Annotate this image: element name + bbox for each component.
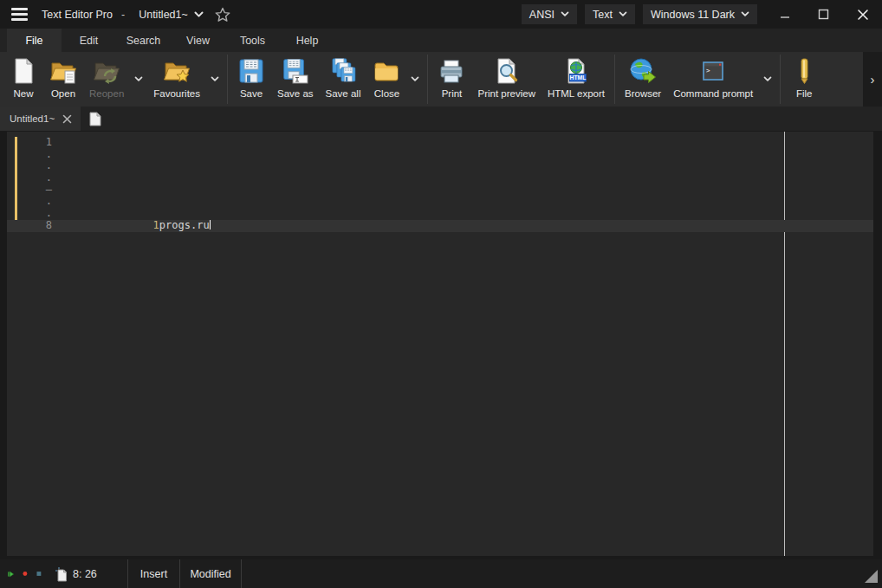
open-button[interactable]: Open	[43, 52, 83, 107]
code-line-1[interactable]: 1	[7, 137, 873, 149]
code-line-8-current[interactable]: 8 1progs.ru	[7, 220, 873, 232]
toolbar-overflow-button[interactable]: ›	[863, 52, 882, 107]
file-tools-button[interactable]: File	[784, 52, 824, 107]
html-export-button[interactable]: HTML HTML export	[542, 52, 611, 107]
hamburger-icon	[11, 5, 28, 24]
toolbar-group-external: Browser > Command prompt	[615, 52, 780, 107]
favourites-dropdown-button[interactable]	[206, 52, 224, 107]
svg-text:>: >	[706, 67, 710, 74]
main-menu-button[interactable]	[0, 0, 38, 29]
titlebar-right: ANSI Text Windows 11 Dark	[522, 0, 882, 29]
close-folder-icon	[373, 57, 400, 85]
editor-frame: 1 . . . –	[0, 131, 882, 559]
browser-button[interactable]: Browser	[619, 52, 667, 107]
chevron-down-icon	[561, 11, 569, 17]
new-tab-button[interactable]	[81, 107, 110, 131]
line-text-number: 1	[153, 219, 159, 231]
window-controls	[765, 0, 882, 29]
menu-tools[interactable]: Tools	[225, 29, 280, 52]
toolbar-group-save: Save Save as	[228, 52, 427, 107]
document-selector-button[interactable]: Untitled1~	[133, 5, 209, 24]
close-file-button[interactable]: Close	[366, 52, 406, 107]
code-line-6[interactable]: .	[7, 196, 873, 208]
maximize-button[interactable]	[804, 0, 843, 29]
tab-close-button[interactable]	[62, 114, 72, 124]
print-preview-button[interactable]: Print preview	[471, 52, 541, 107]
tab-label: Untitled1~	[10, 113, 55, 124]
menu-bar: File Edit Search View Tools Help	[0, 29, 882, 52]
chevron-down-icon	[741, 11, 749, 17]
line-number: .	[7, 196, 53, 208]
new-button[interactable]: New	[3, 52, 43, 107]
menu-help[interactable]: Help	[280, 29, 334, 52]
theme-value: Windows 11 Dark	[651, 9, 735, 21]
code-line-4[interactable]: .	[7, 172, 873, 184]
theme-dropdown[interactable]: Windows 11 Dark	[643, 4, 757, 24]
save-as-button[interactable]: Save as	[271, 52, 320, 107]
open-folder-icon	[49, 57, 77, 85]
toolbar-ribbon: New Open R	[0, 52, 882, 107]
chevron-down-icon	[211, 76, 219, 82]
code-line-3[interactable]: .	[7, 160, 873, 172]
play-macro-icon[interactable]	[8, 568, 14, 580]
title-bar: Text Editor Pro - Untitled1~ ANSI Text	[0, 0, 882, 29]
line-number: .	[7, 172, 53, 184]
highlighter-dropdown[interactable]: Text	[585, 4, 635, 24]
close-button[interactable]	[843, 0, 882, 29]
reopen-dropdown-button[interactable]	[130, 52, 147, 107]
menu-edit[interactable]: Edit	[62, 29, 116, 52]
chevron-down-icon	[134, 76, 143, 82]
code-area: 1 . . . –	[7, 137, 873, 232]
print-icon	[438, 57, 465, 85]
svg-text:HTML: HTML	[570, 74, 587, 81]
window-resize-grip[interactable]	[865, 570, 878, 583]
code-line-2[interactable]: .	[7, 149, 873, 161]
minimize-button[interactable]	[765, 0, 804, 29]
modified-state-cell[interactable]: Modified	[180, 559, 242, 588]
code-line-7[interactable]: .	[7, 208, 873, 220]
reopen-button[interactable]: Reopen	[83, 52, 130, 107]
new-document-icon	[89, 112, 101, 126]
app-window: Text Editor Pro - Untitled1~ ANSI Text	[0, 0, 882, 588]
save-all-icon	[329, 57, 357, 85]
text-caret	[210, 220, 211, 229]
save-button[interactable]: Save	[231, 52, 271, 107]
caret-position-value: 8: 26	[73, 568, 97, 580]
close-dropdown-button[interactable]	[406, 52, 424, 107]
code-editor[interactable]: 1 . . . –	[7, 132, 873, 556]
line-text: progs.ru	[159, 219, 210, 231]
close-icon	[857, 9, 869, 21]
menu-search[interactable]: Search	[116, 29, 171, 52]
chevron-down-icon	[194, 11, 204, 18]
command-prompt-icon: >	[699, 57, 727, 85]
print-button[interactable]: Print	[431, 52, 471, 107]
stop-macro-icon[interactable]	[36, 569, 42, 578]
status-bar: 8: 26 Insert Modified	[0, 559, 882, 588]
save-as-icon	[282, 57, 309, 85]
line-number: .	[7, 149, 53, 161]
chevron-down-icon	[763, 76, 772, 82]
line-number: 8	[7, 220, 53, 232]
toolbar-group-file-extra: File	[781, 52, 827, 107]
star-icon	[214, 6, 231, 23]
tab-untitled1[interactable]: Untitled1~	[0, 107, 81, 131]
app-title: Text Editor Pro	[42, 9, 113, 21]
favourites-button[interactable]: Favourites	[147, 52, 206, 107]
encoding-dropdown[interactable]: ANSI	[522, 4, 577, 24]
menu-file[interactable]: File	[7, 29, 62, 52]
insert-mode-cell[interactable]: Insert	[128, 559, 180, 588]
chevron-down-icon	[411, 76, 419, 82]
close-icon	[62, 114, 72, 124]
command-prompt-dropdown-button[interactable]	[759, 52, 776, 107]
favourite-toggle-button[interactable]	[214, 6, 231, 23]
save-all-button[interactable]: Save all	[320, 52, 367, 107]
caret-position-cell[interactable]: 8: 26	[50, 559, 128, 588]
menu-view[interactable]: View	[171, 29, 225, 52]
line-number: –	[7, 184, 53, 197]
code-line-5[interactable]: –	[7, 184, 873, 197]
encoding-value: ANSI	[529, 9, 554, 21]
document-tab-bar: Untitled1~	[0, 107, 882, 131]
record-macro-icon[interactable]	[23, 569, 28, 578]
reopen-icon	[93, 57, 120, 85]
command-prompt-button[interactable]: > Command prompt	[667, 52, 759, 107]
